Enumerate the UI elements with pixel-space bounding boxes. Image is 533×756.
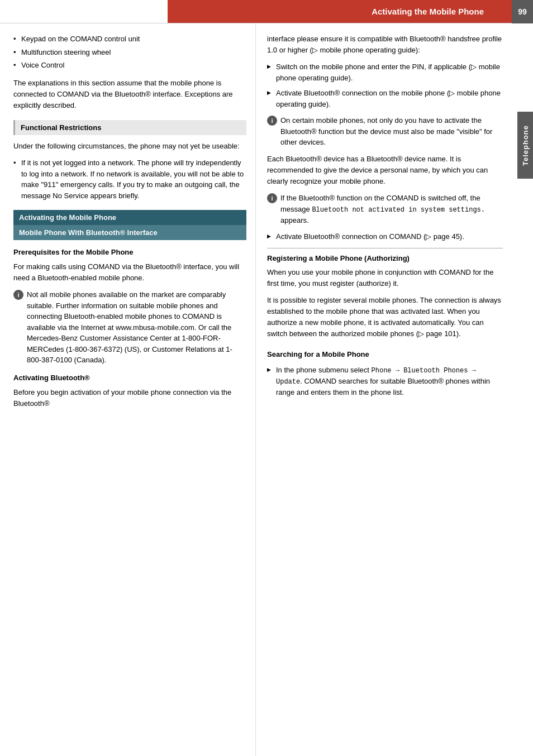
activating-bluetooth-text: Before you begin activation of your mobi… bbox=[13, 387, 246, 409]
registering-title: Registering a Mobile Phone (Authorizing) bbox=[267, 248, 503, 262]
list-item: Activate Bluetooth® connection on COMAND… bbox=[267, 231, 503, 242]
info-icon: i bbox=[13, 290, 23, 300]
prerequisites-text: For making calls using COMAND via the Bl… bbox=[13, 261, 246, 284]
list-item: Switch on the mobile phone and enter the… bbox=[267, 61, 503, 83]
info-text-market: Not all mobile phones available on the m… bbox=[27, 289, 246, 366]
functional-restrictions-list: If it is not yet logged into a network. … bbox=[13, 157, 246, 201]
registering-text-1: When you use your mobile phone in conjun… bbox=[267, 267, 503, 289]
telephone-tab: Telephone bbox=[517, 112, 533, 179]
searching-section: Searching for a Mobile Phone In the phon… bbox=[267, 349, 503, 398]
list-item: Voice Control bbox=[13, 60, 246, 71]
intro-bullet-list: Keypad on the COMAND control unit Multif… bbox=[13, 34, 246, 71]
main-content: Keypad on the COMAND control unit Multif… bbox=[0, 23, 512, 756]
page-container: Activating the Mobile Phone 99 Telephone… bbox=[0, 0, 533, 756]
header-title-bar: Activating the Mobile Phone bbox=[168, 0, 512, 23]
prerequisites-title: Prerequisites for the Mobile Phone bbox=[13, 247, 246, 258]
functional-restrictions-body: Under the following circumstances, the p… bbox=[13, 141, 246, 152]
activating-bluetooth-title: Activating Bluetooth® bbox=[13, 372, 246, 384]
activating-section: Activating the Mobile Phone Mobile Phone… bbox=[13, 210, 246, 409]
page-header: Activating the Mobile Phone 99 bbox=[0, 0, 533, 23]
searching-title: Searching for a Mobile Phone bbox=[267, 349, 503, 360]
list-item: If it is not yet logged into a network. … bbox=[13, 157, 246, 201]
registering-text-2: It is possible to register several mobil… bbox=[267, 295, 503, 340]
list-item: In the phone submenu select Phone → Blue… bbox=[267, 365, 503, 398]
list-item: Keypad on the COMAND control unit bbox=[13, 34, 246, 45]
functional-restrictions-section: Functional Restrictions Under the follow… bbox=[13, 120, 246, 201]
list-item: Activate Bluetooth® connection on the mo… bbox=[267, 88, 503, 109]
header-title: Activating the Mobile Phone bbox=[372, 7, 484, 16]
right-column: interface please ensure it is compatible… bbox=[256, 23, 512, 756]
info-text-switched-off: If the Bluetooth® function on the COMAND… bbox=[280, 193, 503, 226]
intro-text: The explanations in this section assume … bbox=[13, 78, 246, 111]
arrow-list-bluetooth: Switch on the mobile phone and enter the… bbox=[267, 61, 503, 109]
info-box-switched-off: i If the Bluetooth® function on the COMA… bbox=[267, 193, 503, 226]
activating-header: Activating the Mobile Phone bbox=[13, 210, 246, 225]
searching-arrow-list: In the phone submenu select Phone → Blue… bbox=[267, 365, 503, 398]
info-box-market: i Not all mobile phones available on the… bbox=[13, 289, 246, 366]
registering-section: Registering a Mobile Phone (Authorizing)… bbox=[267, 248, 503, 340]
arrow-list-activate-comand: Activate Bluetooth® connection on COMAND… bbox=[267, 231, 503, 242]
info-text-certain-phones: On certain mobile phones, not only do yo… bbox=[280, 115, 503, 148]
bluetooth-device-text: Each Bluetooth® device has a Bluetooth® … bbox=[267, 154, 503, 187]
page-number: 99 bbox=[512, 0, 533, 23]
list-item: Multifunction steering wheel bbox=[13, 47, 246, 58]
info-icon: i bbox=[267, 116, 277, 126]
info-box-certain-phones: i On certain mobile phones, not only do … bbox=[267, 115, 503, 148]
info-icon: i bbox=[267, 193, 277, 203]
bluetooth-interface-header: Mobile Phone With Bluetooth® Interface bbox=[13, 225, 246, 240]
left-column: Keypad on the COMAND control unit Multif… bbox=[0, 23, 256, 756]
functional-restrictions-header: Functional Restrictions bbox=[13, 120, 246, 135]
right-intro-text: interface please ensure it is compatible… bbox=[267, 34, 503, 56]
